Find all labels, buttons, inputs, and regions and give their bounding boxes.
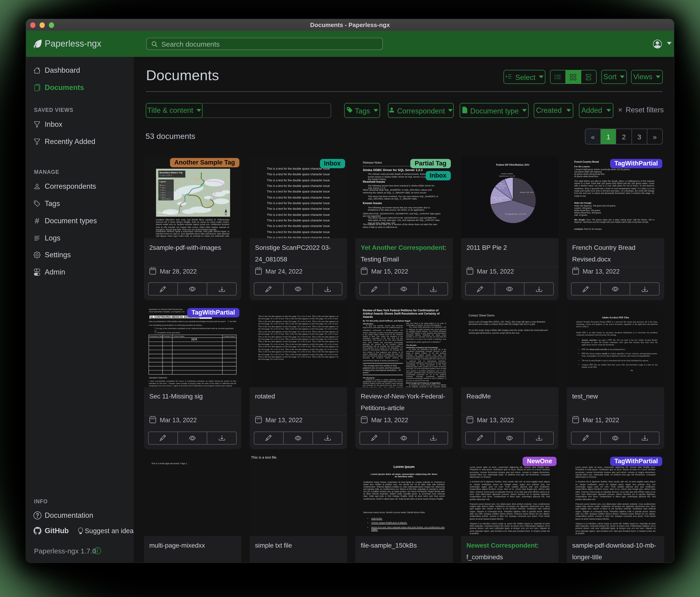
- svg-text:Day 5: Day 5: [161, 194, 165, 195]
- svg-text:Boundary Waters Trip: Boundary Waters Trip: [159, 171, 182, 174]
- svg-text:Isolated Systolic: Isolated Systolic: [501, 172, 513, 174]
- svg-text:Google Earth: Google Earth: [158, 211, 172, 214]
- svg-text:Hypertension,: Hypertension,: [496, 185, 506, 187]
- svg-text:Stage 1 Hypertension,: Stage 1 Hypertension,: [492, 196, 509, 198]
- svg-text:Pre-hypertension., 212, 42%: Pre-hypertension., 212, 42%: [505, 213, 526, 215]
- svg-text:N\A: N\A: [191, 337, 197, 341]
- svg-text:Course Name: Course Name: [173, 335, 184, 337]
- svg-text:Contact Hours: Contact Hours: [223, 335, 235, 337]
- svg-text:Stage 2: Stage 2: [499, 183, 504, 185]
- svg-text:Provider #: Provider #: [163, 335, 172, 337]
- svg-text:Hypertension, 31, 6%: Hypertension, 31, 6%: [499, 175, 515, 177]
- svg-text:Legend: Legend: [159, 181, 166, 183]
- svg-text:Entry Point 54: Entry Point 54: [161, 198, 171, 199]
- svg-text:65, 13%: 65, 13%: [496, 198, 502, 200]
- svg-text:Day 6: Day 6: [161, 196, 165, 198]
- svg-text:Normal, 150, 30%: Normal, 150, 30%: [520, 191, 533, 193]
- svg-text:Day 3: Day 3: [161, 189, 165, 191]
- svg-text:©2022 Google: ©2022 Google: [158, 215, 166, 216]
- svg-text:N: N: [225, 213, 226, 216]
- svg-text:6+ days in BWCA: 6+ days in BWCA: [159, 174, 172, 176]
- svg-text:Day 1: Day 1: [161, 184, 165, 186]
- svg-text:44, 9%: 44, 9%: [499, 187, 504, 189]
- svg-text:Day 2: Day 2: [161, 187, 165, 188]
- svg-text:Patient BP Distribution 2011: Patient BP Distribution 2011: [496, 163, 529, 166]
- svg-text:Day 4: Day 4: [161, 191, 165, 193]
- svg-text:Completion Date: Completion Date: [149, 335, 163, 337]
